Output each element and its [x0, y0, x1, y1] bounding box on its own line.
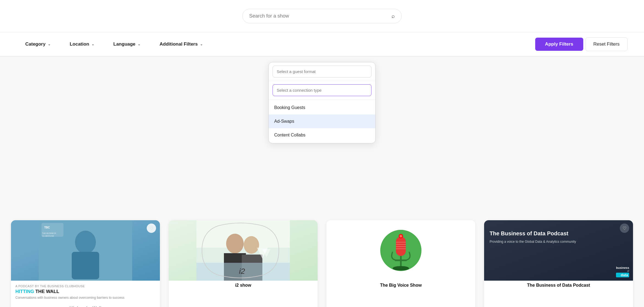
guest-format-input-wrap — [269, 62, 375, 81]
svg-text:THE BUSINESS: THE BUSINESS — [42, 232, 56, 234]
svg-text:i2: i2 — [239, 267, 245, 275]
svg-text:CLUBHOUSE: CLUBHOUSE — [42, 235, 54, 237]
card3-artwork — [326, 220, 475, 281]
show-card-image-3 — [326, 220, 475, 281]
svg-point-11 — [244, 236, 259, 254]
category-filter[interactable]: Category ⌄ — [16, 39, 61, 50]
show-card-title-1: HITTING THE WALL — [15, 289, 156, 294]
connection-type-input-wrap — [269, 81, 375, 100]
additional-filters-dropdown: Booking Guests Ad-Swaps Content Collabs — [268, 62, 376, 143]
svg-point-10 — [226, 234, 244, 253]
search-input[interactable] — [249, 13, 389, 19]
show-card-hitting-the-wall[interactable]: TBC THE BUSINESS CLUBHOUSE ♡ A PODCAST B… — [11, 220, 160, 307]
additional-filters-label: Additional Filters — [160, 41, 198, 47]
show-card-info-1: A PODCAST BY THE BUSINESS CLUBHOUSE HITT… — [11, 281, 160, 304]
connection-type-options: Booking Guests Ad-Swaps Content Collabs — [269, 100, 375, 143]
filter-dropdown-row: Booking Guests Ad-Swaps Content Collabs — [0, 57, 644, 143]
card4-subtitle-text: Providing a voice to the Global Data & A… — [490, 239, 576, 244]
category-label: Category — [25, 41, 46, 47]
additional-filters[interactable]: Additional Filters ⌄ — [151, 39, 213, 50]
option-booking-guests[interactable]: Booking Guests — [269, 101, 375, 115]
show-card-name-2: i2 show — [169, 281, 318, 292]
apply-filters-button[interactable]: Apply Filters — [535, 38, 583, 51]
main-content: Booking Guests Ad-Swaps Content Collabs — [0, 57, 644, 307]
connection-type-input[interactable] — [273, 84, 371, 96]
search-section: ⌕ — [0, 0, 644, 32]
svg-text:TBC: TBC — [44, 226, 50, 229]
filter-bar: Category ⌄ Location ⌄ Language ⌄ Additio… — [0, 32, 644, 57]
location-filter[interactable]: Location ⌄ — [61, 39, 105, 50]
card4-artwork: ♡ The Business of Data Podcast Providing… — [484, 220, 633, 281]
category-chevron-icon: ⌄ — [48, 42, 51, 46]
title-highlight-1: HITTING — [15, 289, 34, 294]
card4-logo: business of data — [616, 266, 629, 277]
title-rest-1: THE WALL — [35, 289, 59, 294]
card1-artwork: TBC THE BUSINESS CLUBHOUSE — [11, 220, 160, 281]
svg-rect-20 — [396, 237, 406, 256]
language-filter[interactable]: Language ⌄ — [105, 39, 151, 50]
svg-point-27 — [393, 266, 409, 270]
location-label: Location — [70, 41, 89, 47]
guest-format-input[interactable] — [273, 66, 371, 77]
show-card-subtitle-1: A PODCAST BY THE BUSINESS CLUBHOUSE — [15, 284, 156, 288]
svg-rect-3 — [72, 252, 99, 279]
search-icon[interactable]: ⌕ — [392, 13, 395, 19]
heart-icon-1[interactable]: ♡ — [147, 224, 156, 233]
heart-icon-4[interactable]: ♡ — [620, 224, 629, 233]
show-card-name-4: The Business of Data Podcast — [484, 281, 633, 292]
svg-rect-4 — [41, 223, 63, 237]
location-chevron-icon: ⌄ — [91, 42, 94, 46]
show-card-image-4: ♡ The Business of Data Podcast Providing… — [484, 220, 633, 281]
option-content-collabs[interactable]: Content Collabs — [269, 128, 375, 142]
svg-point-2 — [75, 231, 96, 254]
shows-grid: TBC THE BUSINESS CLUBHOUSE ♡ A PODCAST B… — [0, 143, 644, 307]
language-chevron-icon: ⌄ — [138, 42, 140, 46]
svg-point-29 — [399, 235, 402, 238]
show-card-name-3: The Big Voice Show — [326, 281, 475, 292]
show-card-business-data[interactable]: ♡ The Business of Data Podcast Providing… — [484, 220, 633, 307]
show-card-image-2: i2 — [169, 220, 318, 281]
language-label: Language — [113, 41, 135, 47]
card2-artwork: i2 — [169, 220, 318, 281]
show-card-desc-1: Conversations with business owners about… — [15, 295, 156, 300]
svg-rect-26 — [400, 256, 402, 267]
additional-chevron-icon: ⌄ — [200, 42, 203, 46]
show-card-name-1: Hitting the Wall — [11, 304, 160, 307]
option-ad-swaps[interactable]: Ad-Swaps — [269, 115, 375, 128]
card4-title-text: The Business of Data Podcast — [490, 230, 576, 237]
reset-filters-button[interactable]: Reset Filters — [585, 37, 628, 51]
show-card-i2-show[interactable]: i2 i2 show — [169, 220, 318, 307]
search-bar-container: ⌕ — [242, 9, 402, 23]
show-card-big-voice[interactable]: The Big Voice Show — [326, 220, 475, 307]
card4-content: The Business of Data Podcast Providing a… — [490, 226, 576, 244]
show-card-image-1: TBC THE BUSINESS CLUBHOUSE ♡ — [11, 220, 160, 281]
